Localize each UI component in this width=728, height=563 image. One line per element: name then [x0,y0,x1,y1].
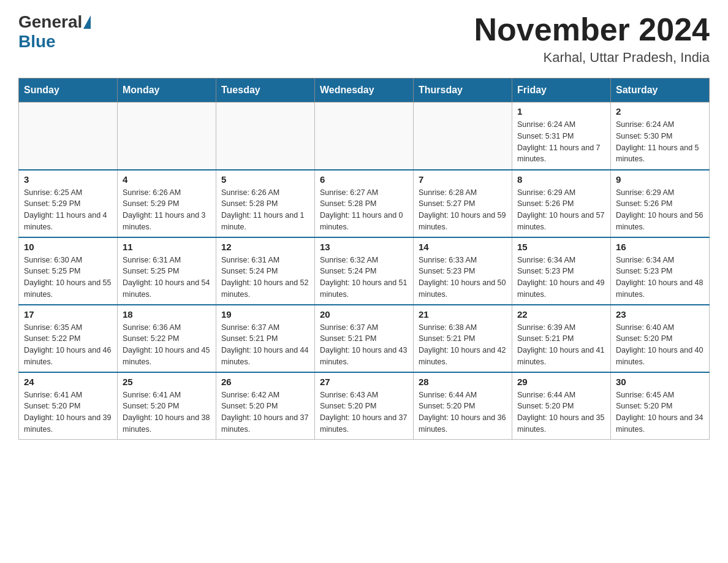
calendar-cell: 26Sunrise: 6:42 AM Sunset: 5:20 PM Dayli… [216,372,315,440]
day-info: Sunrise: 6:33 AM Sunset: 5:23 PM Dayligh… [419,255,507,301]
day-number: 24 [24,377,112,387]
day-number: 15 [517,242,605,252]
calendar-cell: 9Sunrise: 6:29 AM Sunset: 5:26 PM Daylig… [611,170,710,237]
day-number: 26 [221,377,309,387]
calendar-cell: 14Sunrise: 6:33 AM Sunset: 5:23 PM Dayli… [414,237,512,305]
day-info: Sunrise: 6:35 AM Sunset: 5:22 PM Dayligh… [24,322,112,368]
day-info: Sunrise: 6:28 AM Sunset: 5:27 PM Dayligh… [419,187,507,233]
day-number: 23 [616,309,704,320]
calendar-cell: 25Sunrise: 6:41 AM Sunset: 5:20 PM Dayli… [118,372,216,440]
day-number: 9 [616,174,704,185]
weekday-header-saturday: Saturday [611,79,710,102]
day-info: Sunrise: 6:24 AM Sunset: 5:31 PM Dayligh… [517,119,605,165]
calendar-week-row: 17Sunrise: 6:35 AM Sunset: 5:22 PM Dayli… [19,305,710,372]
day-info: Sunrise: 6:37 AM Sunset: 5:21 PM Dayligh… [221,322,309,368]
logo-triangle-icon [83,15,91,29]
calendar-cell: 6Sunrise: 6:27 AM Sunset: 5:28 PM Daylig… [315,170,414,237]
day-number: 16 [616,242,704,252]
calendar-cell [414,102,512,170]
day-info: Sunrise: 6:45 AM Sunset: 5:20 PM Dayligh… [616,389,704,435]
day-info: Sunrise: 6:25 AM Sunset: 5:29 PM Dayligh… [24,187,112,233]
day-info: Sunrise: 6:29 AM Sunset: 5:26 PM Dayligh… [616,187,704,233]
calendar-cell: 11Sunrise: 6:31 AM Sunset: 5:25 PM Dayli… [118,237,216,305]
day-info: Sunrise: 6:27 AM Sunset: 5:28 PM Dayligh… [320,187,408,233]
calendar-cell: 17Sunrise: 6:35 AM Sunset: 5:22 PM Dayli… [19,305,118,372]
page-header: General Blue November 2024 Karhal, Uttar… [18,12,710,66]
day-info: Sunrise: 6:24 AM Sunset: 5:30 PM Dayligh… [616,119,704,165]
weekday-header-sunday: Sunday [19,79,118,102]
day-number: 25 [123,377,211,387]
calendar-cell [118,102,216,170]
calendar-cell: 5Sunrise: 6:26 AM Sunset: 5:28 PM Daylig… [216,170,315,237]
calendar-cell: 24Sunrise: 6:41 AM Sunset: 5:20 PM Dayli… [19,372,118,440]
calendar-table: SundayMondayTuesdayWednesdayThursdayFrid… [18,78,710,440]
day-info: Sunrise: 6:44 AM Sunset: 5:20 PM Dayligh… [517,389,605,435]
day-number: 1 [517,106,605,117]
calendar-cell: 10Sunrise: 6:30 AM Sunset: 5:25 PM Dayli… [19,237,118,305]
calendar-cell: 19Sunrise: 6:37 AM Sunset: 5:21 PM Dayli… [216,305,315,372]
day-number: 21 [419,309,507,320]
logo-blue: Blue [18,32,56,52]
title-section: November 2024 Karhal, Uttar Pradesh, Ind… [474,12,710,66]
calendar-cell: 2Sunrise: 6:24 AM Sunset: 5:30 PM Daylig… [611,102,710,170]
day-number: 2 [616,106,704,117]
calendar-cell: 20Sunrise: 6:37 AM Sunset: 5:21 PM Dayli… [315,305,414,372]
weekday-header-friday: Friday [512,79,611,102]
location: Karhal, Uttar Pradesh, India [474,50,710,66]
day-info: Sunrise: 6:31 AM Sunset: 5:24 PM Dayligh… [221,255,309,301]
day-number: 6 [320,174,408,185]
calendar-cell: 21Sunrise: 6:38 AM Sunset: 5:21 PM Dayli… [414,305,512,372]
calendar-cell: 1Sunrise: 6:24 AM Sunset: 5:31 PM Daylig… [512,102,611,170]
calendar-week-row: 10Sunrise: 6:30 AM Sunset: 5:25 PM Dayli… [19,237,710,305]
day-info: Sunrise: 6:42 AM Sunset: 5:20 PM Dayligh… [221,389,309,435]
day-info: Sunrise: 6:26 AM Sunset: 5:29 PM Dayligh… [123,187,211,233]
day-number: 3 [24,174,112,185]
day-number: 13 [320,242,408,252]
day-info: Sunrise: 6:41 AM Sunset: 5:20 PM Dayligh… [24,389,112,435]
day-number: 20 [320,309,408,320]
calendar-week-row: 24Sunrise: 6:41 AM Sunset: 5:20 PM Dayli… [19,372,710,440]
calendar-cell: 16Sunrise: 6:34 AM Sunset: 5:23 PM Dayli… [611,237,710,305]
day-number: 17 [24,309,112,320]
day-number: 10 [24,242,112,252]
calendar-cell: 29Sunrise: 6:44 AM Sunset: 5:20 PM Dayli… [512,372,611,440]
weekday-header-tuesday: Tuesday [216,79,315,102]
day-info: Sunrise: 6:34 AM Sunset: 5:23 PM Dayligh… [517,255,605,301]
calendar-cell: 13Sunrise: 6:32 AM Sunset: 5:24 PM Dayli… [315,237,414,305]
day-number: 14 [419,242,507,252]
day-info: Sunrise: 6:43 AM Sunset: 5:20 PM Dayligh… [320,389,408,435]
day-info: Sunrise: 6:41 AM Sunset: 5:20 PM Dayligh… [123,389,211,435]
day-info: Sunrise: 6:30 AM Sunset: 5:25 PM Dayligh… [24,255,112,301]
calendar-cell: 4Sunrise: 6:26 AM Sunset: 5:29 PM Daylig… [118,170,216,237]
day-number: 28 [419,377,507,387]
day-info: Sunrise: 6:40 AM Sunset: 5:20 PM Dayligh… [616,322,704,368]
calendar-week-row: 1Sunrise: 6:24 AM Sunset: 5:31 PM Daylig… [19,102,710,170]
calendar-week-row: 3Sunrise: 6:25 AM Sunset: 5:29 PM Daylig… [19,170,710,237]
day-info: Sunrise: 6:34 AM Sunset: 5:23 PM Dayligh… [616,255,704,301]
calendar-header-row: SundayMondayTuesdayWednesdayThursdayFrid… [19,79,710,102]
day-number: 11 [123,242,211,252]
day-number: 22 [517,309,605,320]
day-info: Sunrise: 6:32 AM Sunset: 5:24 PM Dayligh… [320,255,408,301]
calendar-cell [19,102,118,170]
calendar-cell [315,102,414,170]
calendar-cell: 22Sunrise: 6:39 AM Sunset: 5:21 PM Dayli… [512,305,611,372]
calendar-cell: 23Sunrise: 6:40 AM Sunset: 5:20 PM Dayli… [611,305,710,372]
weekday-header-wednesday: Wednesday [315,79,414,102]
day-info: Sunrise: 6:26 AM Sunset: 5:28 PM Dayligh… [221,187,309,233]
day-number: 29 [517,377,605,387]
calendar-cell [216,102,315,170]
day-number: 19 [221,309,309,320]
month-title: November 2024 [474,12,710,47]
calendar-cell: 3Sunrise: 6:25 AM Sunset: 5:29 PM Daylig… [19,170,118,237]
day-number: 8 [517,174,605,185]
day-number: 30 [616,377,704,387]
calendar-cell: 15Sunrise: 6:34 AM Sunset: 5:23 PM Dayli… [512,237,611,305]
day-info: Sunrise: 6:39 AM Sunset: 5:21 PM Dayligh… [517,322,605,368]
day-number: 5 [221,174,309,185]
day-number: 27 [320,377,408,387]
day-number: 4 [123,174,211,185]
day-info: Sunrise: 6:44 AM Sunset: 5:20 PM Dayligh… [419,389,507,435]
calendar-cell: 27Sunrise: 6:43 AM Sunset: 5:20 PM Dayli… [315,372,414,440]
calendar-cell: 28Sunrise: 6:44 AM Sunset: 5:20 PM Dayli… [414,372,512,440]
